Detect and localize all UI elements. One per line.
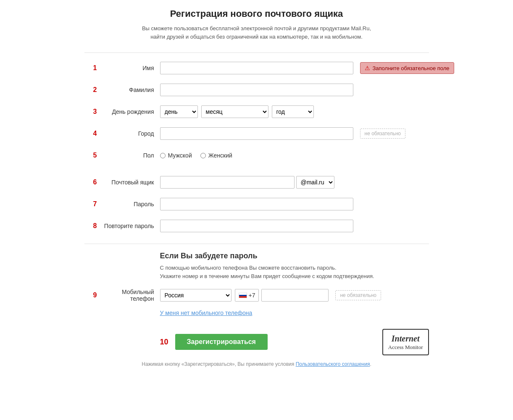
first-name-row: 1 Имя ⚠ Заполните обязательное поле xyxy=(84,60,429,76)
page-subtitle: Вы сможете пользоваться бесплатной элект… xyxy=(84,24,429,41)
email-input[interactable] xyxy=(160,176,295,189)
female-label: Женский xyxy=(208,152,232,159)
register-left: 10 Зарегистрироваться xyxy=(84,334,268,350)
gender-radio-group: Мужской Женский xyxy=(160,152,232,159)
first-name-input[interactable] xyxy=(160,62,353,74)
phone-optional: не обязательно xyxy=(335,290,381,300)
city-optional: не обязательно xyxy=(360,129,406,139)
birthday-label: День рождения xyxy=(97,108,160,115)
warning-icon: ⚠ xyxy=(365,65,370,71)
day-select[interactable]: день xyxy=(160,105,198,118)
city-input[interactable] xyxy=(160,127,353,140)
phone-row: 9 Мобильный телефон Россия +7 не обязате… xyxy=(84,288,429,303)
male-label: Мужской xyxy=(168,152,192,159)
field4-number: 4 xyxy=(84,130,97,137)
country-select[interactable]: Россия xyxy=(160,289,232,302)
female-radio-label[interactable]: Женский xyxy=(200,152,232,159)
field6-number: 6 xyxy=(84,178,97,186)
phone-prefix: +7 xyxy=(249,292,255,299)
terms-link[interactable]: Пользовательского соглашения xyxy=(296,361,370,367)
first-name-error: ⚠ Заполните обязательное поле xyxy=(360,62,454,74)
password-row: 7 Пароль xyxy=(84,197,429,212)
city-controls: не обязательно xyxy=(160,127,429,140)
russia-flag xyxy=(239,293,247,298)
page-title: Регистрация нового почтового ящика xyxy=(84,8,429,19)
email-controls: @mail.ru xyxy=(160,176,429,189)
no-phone-link[interactable]: У меня нет мобильного телефона xyxy=(84,310,429,316)
last-name-input[interactable] xyxy=(160,84,353,96)
domain-select[interactable]: @mail.ru xyxy=(296,176,334,189)
field9-number: 9 xyxy=(84,291,97,299)
confirm-password-input[interactable] xyxy=(160,220,353,232)
city-label: Город xyxy=(97,130,160,137)
recovery-desc: С помощью мобильного телефона Вы сможете… xyxy=(84,264,429,280)
internet-monitor-line2: Access Monitor xyxy=(388,344,423,351)
confirm-password-controls xyxy=(160,220,429,232)
email-label: Почтовый ящик xyxy=(97,179,160,186)
password-controls xyxy=(160,198,429,210)
registration-form: 1 Имя ⚠ Заполните обязательное поле 2 Фа… xyxy=(84,52,429,367)
phone-label: Мобильный телефон xyxy=(97,289,160,302)
city-row: 4 Город не обязательно xyxy=(84,126,429,141)
internet-monitor-line1: Internet xyxy=(388,333,423,344)
gender-label: Пол xyxy=(97,152,160,159)
first-name-label: Имя xyxy=(97,65,160,71)
male-radio-label[interactable]: Мужской xyxy=(160,152,192,159)
password-input[interactable] xyxy=(160,198,353,210)
error-message: Заполните обязательное поле xyxy=(373,65,450,71)
year-select[interactable]: год xyxy=(272,105,314,118)
confirm-password-label: Повторите пароль xyxy=(97,223,160,229)
confirm-password-row: 8 Повторите пароль xyxy=(84,218,429,234)
gender-controls: Мужской Женский xyxy=(160,152,429,159)
field10-number: 10 xyxy=(160,338,168,346)
male-radio[interactable] xyxy=(160,153,166,158)
footer-text: Нажимая кнопку «Зарегистрироваться», Вы … xyxy=(142,361,295,367)
register-row: 10 Зарегистрироваться Internet Access Mo… xyxy=(84,326,429,355)
divider1 xyxy=(84,244,429,244)
birthday-controls: день месяц год xyxy=(160,105,429,118)
field7-number: 7 xyxy=(84,200,97,208)
recovery-title: Если Вы забудете пароль xyxy=(84,252,429,260)
last-name-row: 2 Фамилия xyxy=(84,82,429,97)
footer-note: Нажимая кнопку «Зарегистрироваться», Вы … xyxy=(84,361,429,367)
flag-prefix: +7 xyxy=(235,289,259,302)
field5-number: 5 xyxy=(84,152,97,159)
phone-input[interactable] xyxy=(261,289,329,302)
month-select[interactable]: месяц xyxy=(201,105,268,118)
first-name-controls: ⚠ Заполните обязательное поле xyxy=(160,62,454,74)
phone-input-wrap: +7 xyxy=(235,289,329,302)
gender-row: 5 Пол Мужской Женский xyxy=(84,148,429,163)
field8-number: 8 xyxy=(84,222,97,230)
internet-monitor-badge: Internet Access Monitor xyxy=(382,329,429,355)
register-button[interactable]: Зарегистрироваться xyxy=(175,334,268,350)
last-name-label: Фамилия xyxy=(97,87,160,93)
birthday-row: 3 День рождения день месяц год xyxy=(84,104,429,119)
female-radio[interactable] xyxy=(200,153,206,158)
field1-number: 1 xyxy=(84,64,97,72)
field3-number: 3 xyxy=(84,108,97,116)
email-row: 6 Почтовый ящик @mail.ru xyxy=(84,175,429,190)
email-input-wrap: @mail.ru xyxy=(160,176,334,189)
phone-controls: Россия +7 не обязательно xyxy=(160,289,429,302)
footer-suffix: . xyxy=(370,361,371,367)
field2-number: 2 xyxy=(84,86,97,94)
last-name-controls xyxy=(160,84,429,96)
password-label: Пароль xyxy=(97,201,160,207)
